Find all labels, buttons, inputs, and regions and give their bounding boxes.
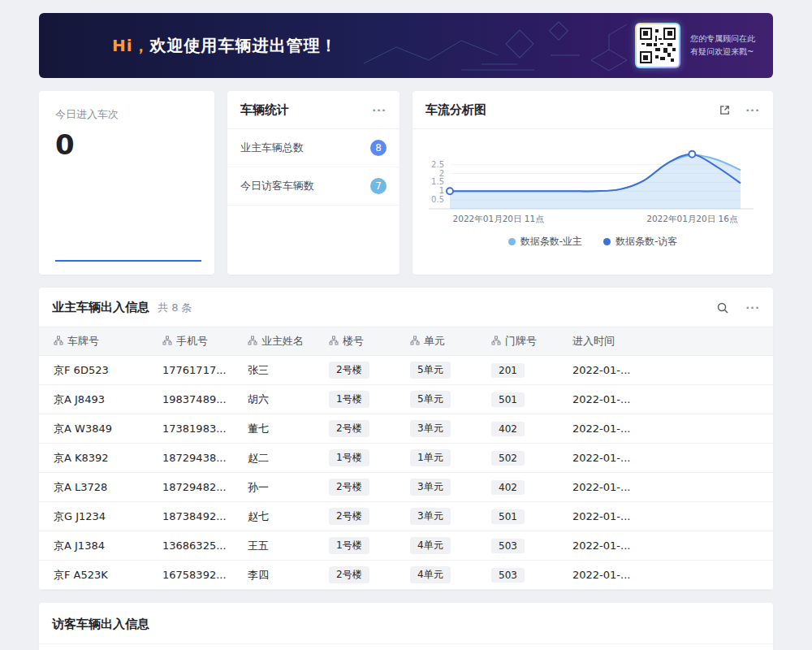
column-header[interactable]: 单元 — [400, 327, 482, 356]
table-cell: 京F 6D523 — [39, 356, 153, 385]
table-cell: 2022-01-... — [563, 561, 644, 590]
cell-tag: 503 — [491, 568, 525, 583]
visitor-table-header: 访客车辆出入信息 — [39, 603, 773, 644]
table-cell: 17381983... — [153, 414, 238, 444]
cell-tag: 502 — [491, 451, 525, 466]
more-icon[interactable]: ··· — [745, 301, 760, 314]
owner-table-title: 业主车辆出入信息 — [52, 300, 149, 315]
svg-text:2.5: 2.5 — [431, 160, 444, 169]
table-cell: 赵七 — [238, 502, 319, 531]
svg-text:2022年01月20日 11点: 2022年01月20日 11点 — [453, 214, 545, 223]
cell-tag: 2号楼 — [329, 566, 369, 583]
table-cell: 2022-01-... — [563, 531, 644, 561]
table-row[interactable]: 京A W384917381983...董七2号楼3单元4022022-01-..… — [39, 414, 773, 444]
field-type-icon — [410, 336, 420, 345]
vehicle-stats-title: 车辆统计 — [240, 102, 289, 118]
owner-table: 车牌号手机号业主姓名楼号单元门牌号进入时间 京F 6D52317761717..… — [39, 327, 773, 590]
more-icon[interactable]: ··· — [372, 104, 387, 116]
column-label: 进入时间 — [572, 335, 615, 347]
cards-row: 今日进入车次 0 车辆统计 ··· 业主车辆总数8今日访客车辆数7 车流分析图 — [39, 91, 773, 275]
table-cell — [644, 473, 773, 502]
svg-text:1: 1 — [439, 186, 444, 195]
cell-tag: 402 — [491, 422, 525, 436]
table-cell: 17761717... — [153, 356, 238, 385]
table-cell: 2022-01-... — [563, 473, 644, 502]
table-cell — [644, 444, 773, 473]
cell-tag: 4单元 — [410, 537, 451, 554]
table-cell — [644, 561, 773, 590]
stat-list-item: 业主车辆总数8 — [227, 129, 400, 167]
table-cell: 18729482... — [153, 473, 238, 502]
field-type-icon — [329, 336, 339, 345]
search-icon[interactable] — [716, 301, 729, 314]
table-cell: 2022-01-... — [563, 414, 644, 444]
stat-axis-line — [55, 260, 201, 262]
traffic-chart-card: 车流分析图 ··· 0.511.522.52022年01月20日 11点2022… — [412, 91, 773, 275]
table-cell: 赵二 — [238, 444, 319, 473]
table-row[interactable]: 京A L372818729482...孙一2号楼3单元4022022-01-..… — [39, 473, 773, 502]
table-cell: 4单元 — [400, 561, 482, 590]
owner-table-card: 业主车辆出入信息 共 8 条 ··· 车牌号手机号业主姓名楼号单元门牌号进入时间… — [39, 288, 773, 590]
cell-tag: 1号楼 — [329, 537, 369, 554]
table-row[interactable]: 京F A523K16758392...李四2号楼4单元5032022-01-..… — [39, 561, 773, 590]
table-cell: 2022-01-... — [563, 385, 644, 414]
cell-tag: 3单元 — [410, 420, 451, 437]
column-header[interactable]: 进入时间 — [563, 327, 644, 356]
cell-tag: 501 — [491, 509, 525, 524]
legend-dot-icon — [603, 238, 611, 245]
table-cell: 5单元 — [400, 385, 482, 414]
table-cell — [644, 356, 773, 385]
legend-label: 数据条数-访客 — [615, 235, 677, 249]
table-cell: 2022-01-... — [563, 356, 644, 385]
table-row[interactable]: 京G J123418738492...赵七2号楼3单元5012022-01-..… — [39, 502, 773, 531]
svg-text:1.5: 1.5 — [431, 177, 444, 186]
legend-label: 数据条数-业主 — [520, 235, 582, 249]
cell-tag: 3单元 — [410, 479, 451, 496]
svg-text:2022年01月20日 16点: 2022年01月20日 16点 — [646, 214, 738, 223]
column-header[interactable]: 楼号 — [319, 327, 400, 356]
owner-table-body: 京F 6D52317761717...张三2号楼5单元2012022-01-..… — [39, 356, 773, 590]
column-header[interactable]: 手机号 — [153, 327, 238, 356]
cell-tag: 2号楼 — [329, 479, 369, 496]
legend-item[interactable]: 数据条数-业主 — [508, 235, 582, 249]
today-entries-card: 今日进入车次 0 — [39, 91, 214, 275]
legend-item[interactable]: 数据条数-访客 — [603, 235, 677, 249]
dashboard-page: Hi，欢迎使用车辆进出管理！ 您的 — [0, 0, 812, 650]
table-cell: 2号楼 — [319, 561, 400, 590]
column-label: 业主姓名 — [261, 335, 304, 347]
column-label: 车牌号 — [67, 335, 99, 347]
table-cell — [644, 414, 773, 444]
table-cell: 1单元 — [400, 444, 482, 473]
column-header[interactable]: 业主姓名 — [238, 327, 319, 356]
column-header[interactable]: 车牌号 — [39, 327, 153, 356]
column-label: 楼号 — [343, 335, 364, 347]
table-row[interactable]: 京A J849319837489...胡六1号楼5单元5012022-01-..… — [39, 385, 773, 414]
table-cell: 李四 — [238, 561, 319, 590]
table-row[interactable]: 京A K839218729438...赵二1号楼1单元5022022-01-..… — [39, 444, 773, 473]
traffic-chart-header: 车流分析图 ··· — [412, 91, 773, 129]
table-row[interactable]: 京A J138413686325...王五1号楼4单元5032022-01-..… — [39, 531, 773, 561]
table-cell: 京A L3728 — [39, 473, 153, 502]
owner-table-count: 共 8 条 — [158, 301, 192, 315]
stat-item-label: 业主车辆总数 — [240, 141, 304, 155]
vehicle-stats-card: 车辆统计 ··· 业主车辆总数8今日访客车辆数7 — [227, 91, 400, 275]
table-cell: 京A J1384 — [39, 531, 153, 561]
column-header[interactable]: 门牌号 — [482, 327, 563, 356]
stat-item-label: 今日访客车辆数 — [240, 179, 314, 193]
table-header-row: 车牌号手机号业主姓名楼号单元门牌号进入时间 — [39, 327, 773, 356]
export-icon[interactable] — [719, 104, 731, 116]
table-row[interactable]: 京F 6D52317761717...张三2号楼5单元2012022-01-..… — [39, 356, 773, 385]
count-badge: 7 — [370, 178, 387, 194]
banner-title: Hi，欢迎使用车辆进出管理！ — [112, 35, 338, 57]
table-cell: 503 — [482, 531, 563, 561]
cell-tag: 1号楼 — [329, 449, 369, 466]
cell-tag: 1单元 — [410, 449, 451, 466]
legend-dot-icon — [508, 238, 516, 245]
qr-frame — [635, 23, 680, 68]
visitor-table-card: 访客车辆出入信息 截屏 — [39, 603, 773, 650]
more-icon[interactable]: ··· — [745, 104, 760, 116]
owner-table-header: 业主车辆出入信息 共 8 条 ··· — [39, 288, 773, 327]
table-cell: 京G J1234 — [39, 502, 153, 531]
table-cell: 2号楼 — [319, 414, 400, 444]
cell-tag: 5单元 — [410, 391, 451, 408]
